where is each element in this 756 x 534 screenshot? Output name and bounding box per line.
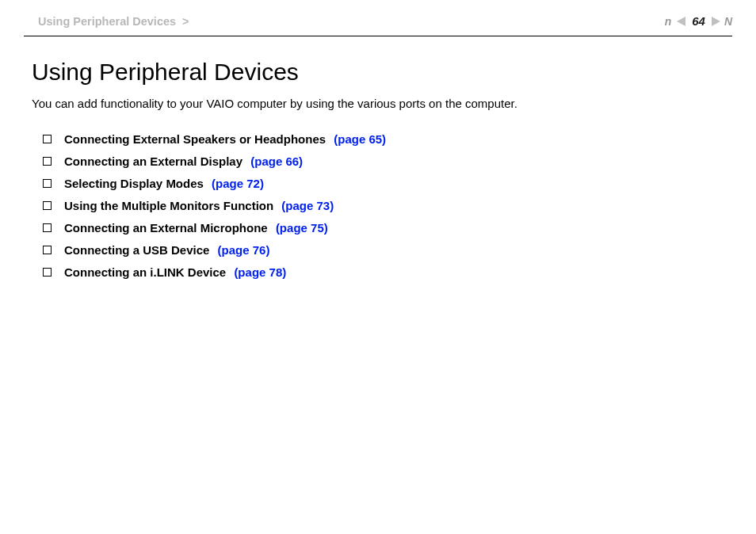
toc-item-page-link[interactable]: (page 76) bbox=[218, 243, 270, 257]
toc-item: Connecting an External Microphone (page … bbox=[43, 221, 724, 235]
toc-item: Selecting Display Modes (page 72) bbox=[43, 177, 724, 190]
toc-item-title: Connecting an i.LINK Device bbox=[64, 265, 226, 279]
toc-list: Connecting External Speakers or Headphon… bbox=[32, 132, 724, 279]
intro-text: You can add functionality to your VAIO c… bbox=[32, 97, 724, 110]
page-nav: n 64 N bbox=[666, 14, 732, 28]
toc-item-title: Connecting a USB Device bbox=[64, 243, 209, 257]
breadcrumb-text: Using Peripheral Devices bbox=[38, 15, 176, 28]
nav-n-label-left: n bbox=[665, 15, 672, 28]
toc-item-title: Connecting an External Microphone bbox=[64, 221, 268, 235]
toc-item-page-link[interactable]: (page 65) bbox=[334, 132, 386, 146]
toc-item: Connecting an i.LINK Device (page 78) bbox=[43, 265, 724, 279]
bullet-icon bbox=[43, 246, 52, 254]
toc-item-title: Selecting Display Modes bbox=[64, 177, 204, 190]
toc-item-title: Connecting an External Display bbox=[64, 154, 242, 168]
breadcrumb-separator: > bbox=[182, 15, 189, 28]
toc-item: Using the Multiple Monitors Function (pa… bbox=[43, 199, 724, 212]
toc-item-page-link[interactable]: (page 66) bbox=[250, 154, 303, 168]
breadcrumb: Using Peripheral Devices > bbox=[38, 15, 189, 28]
header: Using Peripheral Devices > n 64 N bbox=[0, 0, 756, 32]
nav-n-label-right: N bbox=[724, 15, 732, 28]
bullet-icon bbox=[43, 223, 52, 232]
svg-marker-1 bbox=[712, 17, 720, 26]
toc-item-page-link[interactable]: (page 78) bbox=[234, 265, 286, 279]
bullet-icon bbox=[43, 268, 52, 277]
toc-item-title: Using the Multiple Monitors Function bbox=[64, 199, 273, 212]
bullet-icon bbox=[43, 179, 52, 188]
toc-item: Connecting External Speakers or Headphon… bbox=[43, 132, 724, 146]
toc-item-page-link[interactable]: (page 75) bbox=[276, 221, 328, 235]
bullet-icon bbox=[43, 157, 52, 166]
toc-item-page-link[interactable]: (page 73) bbox=[281, 199, 334, 212]
content: Using Peripheral Devices You can add fun… bbox=[0, 36, 756, 279]
toc-item: Connecting a USB Device (page 76) bbox=[43, 243, 724, 257]
toc-item-title: Connecting External Speakers or Headphon… bbox=[64, 132, 326, 146]
page-number: 64 bbox=[692, 14, 705, 28]
next-page-arrow-icon[interactable] bbox=[710, 16, 721, 27]
svg-marker-0 bbox=[677, 17, 685, 26]
page-title: Using Peripheral Devices bbox=[32, 59, 724, 86]
toc-item-page-link[interactable]: (page 72) bbox=[212, 177, 264, 190]
toc-item: Connecting an External Display (page 66) bbox=[43, 154, 724, 168]
bullet-icon bbox=[43, 201, 52, 210]
prev-page-arrow-icon[interactable] bbox=[676, 16, 687, 27]
bullet-icon bbox=[43, 135, 52, 143]
